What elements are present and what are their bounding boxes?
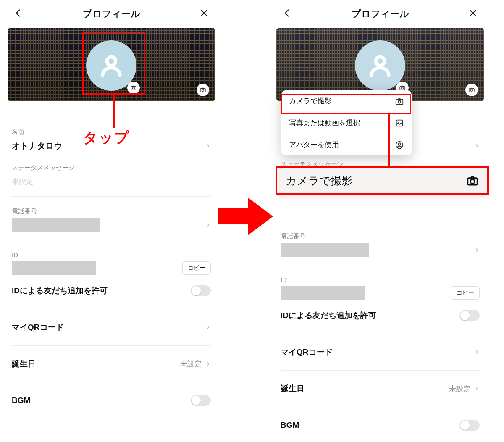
avatar-icon <box>395 140 404 150</box>
bgm-label: BGM <box>12 396 30 405</box>
svg-rect-5 <box>200 89 205 92</box>
photo-icon <box>395 118 404 128</box>
row-allow-add: IDによる友だち追加を許可 <box>281 305 480 326</box>
birthday-label: 誕生日 <box>12 358 36 369</box>
chevron-right-icon <box>474 349 480 355</box>
option-select-media[interactable]: 写真または動画を選択 <box>281 112 412 134</box>
page-title: プロフィール <box>352 8 409 20</box>
screen-after: プロフィール カメラで撮影 写真または動画を選択 <box>273 0 487 436</box>
back-icon[interactable] <box>13 8 24 20</box>
svg-point-13 <box>471 89 473 92</box>
svg-point-11 <box>402 87 404 89</box>
header: プロフィール <box>273 0 487 25</box>
annotation-highlight-camera-option <box>281 94 411 114</box>
row-phone[interactable] <box>12 218 211 232</box>
qr-label: マイQRコード <box>12 322 64 333</box>
label-phone: 電話番号 <box>281 232 480 240</box>
label-status: ステータスメッセージ <box>12 164 211 172</box>
copy-button[interactable]: コピー <box>182 261 211 275</box>
name-value: オトナタロウ <box>12 140 62 152</box>
page-title: プロフィール <box>83 8 140 20</box>
annotation-highlight-avatar <box>82 32 145 95</box>
annotation-highlight-enlarged <box>276 166 489 195</box>
svg-point-9 <box>376 57 385 66</box>
row-id: コピー <box>12 261 211 275</box>
birthday-label: 誕生日 <box>281 383 304 394</box>
option-use-avatar[interactable]: アバターを使用 <box>281 134 412 155</box>
row-allow-add: IDによる友だち追加を許可 <box>12 280 211 301</box>
chevron-right-icon <box>205 143 211 149</box>
close-icon[interactable] <box>199 8 209 20</box>
status-value: 未設定 <box>12 177 33 187</box>
chevron-right-icon <box>205 324 211 330</box>
option-select-label: 写真または動画を選択 <box>289 118 360 128</box>
copy-button[interactable]: コピー <box>451 286 480 300</box>
svg-point-18 <box>398 143 401 145</box>
phone-redacted <box>281 243 369 257</box>
annotation-tap: タップ <box>83 128 130 147</box>
toggle-bgm[interactable] <box>191 395 211 406</box>
birthday-value: 未設定 <box>180 359 202 369</box>
row-birthday[interactable]: 誕生日 未設定 <box>281 378 480 399</box>
chevron-right-icon <box>205 222 211 228</box>
annotation-arrow-right <box>218 197 273 235</box>
annotation-connector <box>388 114 390 168</box>
bgm-label: BGM <box>281 421 299 430</box>
svg-point-6 <box>202 89 204 92</box>
row-status[interactable]: 未設定 <box>12 174 211 189</box>
row-phone[interactable] <box>281 243 480 257</box>
allow-add-label: IDによる友だち追加を許可 <box>12 285 108 296</box>
svg-rect-10 <box>400 87 405 90</box>
label-id: ID <box>12 251 211 258</box>
row-bgm: BGM <box>281 415 480 436</box>
label-id: ID <box>281 276 480 283</box>
svg-rect-16 <box>396 120 403 126</box>
row-id: コピー <box>281 286 480 300</box>
row-bgm: BGM <box>12 390 211 411</box>
close-icon[interactable] <box>468 8 478 20</box>
camera-icon[interactable] <box>197 84 209 96</box>
phone-redacted <box>12 218 100 232</box>
chevron-right-icon <box>205 361 211 367</box>
chevron-right-icon <box>474 247 480 253</box>
row-qr[interactable]: マイQRコード <box>12 317 211 338</box>
row-qr[interactable]: マイQRコード <box>281 342 480 363</box>
id-redacted <box>281 286 365 300</box>
camera-icon[interactable] <box>465 84 478 96</box>
toggle-allow-add[interactable] <box>191 285 211 296</box>
toggle-allow-add[interactable] <box>459 310 480 321</box>
back-icon[interactable] <box>282 8 292 20</box>
option-avatar-label: アバターを使用 <box>289 140 339 150</box>
annotation-line <box>113 95 115 128</box>
row-birthday[interactable]: 誕生日 未設定 <box>12 353 211 374</box>
toggle-bgm[interactable] <box>459 420 480 431</box>
svg-rect-12 <box>469 89 474 92</box>
birthday-value: 未設定 <box>449 384 470 394</box>
chevron-right-icon <box>474 143 480 149</box>
header: プロフィール <box>4 0 218 25</box>
id-redacted <box>12 261 96 275</box>
screen-before: プロフィール 名前 オトナタロウ ステータスメッセージ <box>4 0 218 436</box>
allow-add-label: IDによる友だち追加を許可 <box>281 310 376 321</box>
chevron-right-icon <box>474 386 480 392</box>
label-phone: 電話番号 <box>12 208 211 216</box>
qr-label: マイQRコード <box>281 347 333 358</box>
